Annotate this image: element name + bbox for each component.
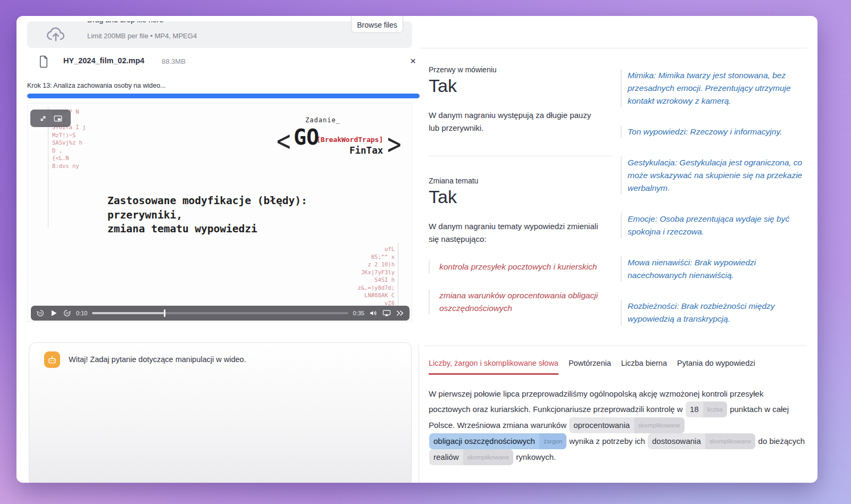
- transcript-text: do bieżących: [756, 436, 805, 446]
- uploaded-file-row: HY_2024_film_02.mp4 88.3MB ×: [38, 54, 410, 71]
- file-name: HY_2024_film_02.mp4: [63, 56, 144, 65]
- chat-welcome-message: Witaj! Zadaj pytanie dotyczące manipulac…: [69, 355, 246, 364]
- current-time: 0:10: [76, 310, 87, 316]
- slide-right-rule: [398, 243, 398, 308]
- progress-step-label: Krok 13: Analiza zachowania osoby na wid…: [27, 82, 166, 89]
- logo-breakwordtraps-text: [BreakWordTraps]: [316, 136, 383, 144]
- seek-handle[interactable]: [164, 309, 165, 317]
- slide-title-text: Zastosowane modyfikacje (błędy): przeryw…: [107, 194, 307, 237]
- browse-files-button[interactable]: Browse files: [351, 16, 403, 33]
- play-icon[interactable]: [49, 309, 58, 317]
- logo-go-text: GO: [294, 125, 319, 149]
- file-size: 88.3MB: [162, 57, 186, 65]
- observation-quote: Emocje: Osoba prezentująca wydaje się by…: [621, 213, 808, 238]
- dropzone-title: Drag and drop file here: [87, 21, 163, 24]
- upload-cloud-icon: [45, 22, 66, 45]
- step-progress-bar: [27, 94, 420, 98]
- observation-quote: Mowa nienawiści: Brak wypowiedzi nacecho…: [621, 256, 808, 282]
- tab-questions[interactable]: Pytania do wypowiedzi: [677, 359, 755, 375]
- app-window: Drag and drop file here Limit 200MB per …: [16, 16, 817, 483]
- annotation-chip-jargon: obligacji oszczędnościowychżargon: [429, 433, 566, 449]
- metric-value-topic-change: Tak: [429, 187, 457, 207]
- volume-icon[interactable]: [369, 309, 378, 317]
- svg-text:15: 15: [39, 312, 42, 315]
- observation-quote: Gestykulacja: Gestykulacja jest ogranicz…: [621, 156, 808, 195]
- analysis-tabs: Liczby, żargon i skomplikowane słowa Pow…: [429, 359, 755, 375]
- assistant-robot-avatar: [44, 351, 60, 368]
- chat-panel: Witaj! Zadaj pytanie dotyczące manipulac…: [29, 342, 412, 483]
- forward-15-icon[interactable]: 15: [63, 309, 71, 317]
- topic-list: kontrola przesyłek pocztowych i kuriersk…: [429, 261, 604, 315]
- slide-task-label: Zadanie_: [291, 116, 355, 124]
- annotated-transcript: W pierwszej połowie lipca przeprowadzili…: [429, 387, 805, 465]
- logo-fintax-text: FinTax: [349, 145, 383, 156]
- duration-time: 0:35: [353, 310, 364, 316]
- column-divider: [419, 345, 419, 483]
- glitch-text-right: ufL 85;^^ x z 2 10)h JKx|7yF3ly S4SI h z…: [357, 245, 395, 307]
- tab-numbers-jargon[interactable]: Liczby, żargon i skomplikowane słowa: [429, 359, 558, 375]
- picture-in-picture-icon[interactable]: [54, 114, 62, 123]
- observation-quote: Mimika: Mimika twarzy jest stonowana, be…: [621, 69, 808, 107]
- tab-repetitions[interactable]: Powtórzenia: [569, 359, 611, 375]
- tab-passive-voice[interactable]: Liczba bierna: [621, 359, 667, 375]
- seek-fill: [92, 312, 164, 314]
- video-controls-bar: 15 15 0:10 0:35: [31, 306, 410, 321]
- observation-quote: Rozbieżności: Brak rozbieżności między w…: [621, 300, 808, 325]
- metric-value-pauses: Tak: [429, 75, 457, 96]
- rewind-15-icon[interactable]: 15: [36, 309, 45, 317]
- dropzone-limit-text: Limit 200MB per file • MP4, MPEG4: [87, 32, 197, 40]
- video-overlay-toolbar: [30, 110, 71, 127]
- observation-list: Mimika: Mimika twarzy jest stonowana, be…: [621, 69, 808, 325]
- file-document-icon: [38, 54, 49, 69]
- annotation-chip-complicated: oprocentowaniaskomplikowane: [569, 417, 685, 433]
- annotation-chip-number: 18liczba: [686, 401, 727, 417]
- topic-quote: zmiana warunków oprocentowania obligacji…: [429, 289, 604, 315]
- metric-desc-topic-change: W danym nagraniu tematy wypowiedzi zmien…: [429, 220, 607, 246]
- observation-quote: Ton wypowiedzi: Rzeczowy i informacyjny.: [621, 125, 808, 138]
- transcript-text: rynkowych.: [514, 452, 556, 461]
- step-progress-fill: [27, 94, 420, 98]
- metric-label-topic-change: Zmiana tematu: [429, 177, 478, 185]
- transcript-text: wynika z potrzeby ich: [567, 436, 647, 446]
- svg-text:15: 15: [65, 312, 69, 315]
- section-divider-top: [420, 48, 807, 48]
- seek-bar[interactable]: [92, 312, 348, 314]
- logo-left-bracket: <: [277, 124, 291, 158]
- airplay-icon[interactable]: [382, 309, 391, 317]
- remove-file-icon[interactable]: ×: [410, 54, 416, 68]
- annotation-chip-complicated: realiówskomplikowane: [429, 449, 513, 465]
- metric-label-pauses: Przerwy w mówieniu: [429, 65, 497, 74]
- fullscreen-icon[interactable]: [39, 114, 47, 123]
- metric-desc-pauses: W danym nagraniu występują za długie pau…: [429, 109, 602, 135]
- logo-right-bracket: >: [387, 127, 402, 161]
- double-chevron-icon[interactable]: [396, 309, 404, 317]
- tabs-divider: [425, 346, 807, 346]
- video-player[interactable]: pihW*P N G ^u SYUIfa I j MzT!)~S SASvj%z…: [27, 103, 412, 322]
- topic-quote: kontrola przesyłek pocztowych i kuriersk…: [429, 261, 604, 273]
- section-divider-mid: [429, 156, 613, 156]
- annotation-chip-complicated: dostosowaniaskomplikowane: [648, 433, 755, 449]
